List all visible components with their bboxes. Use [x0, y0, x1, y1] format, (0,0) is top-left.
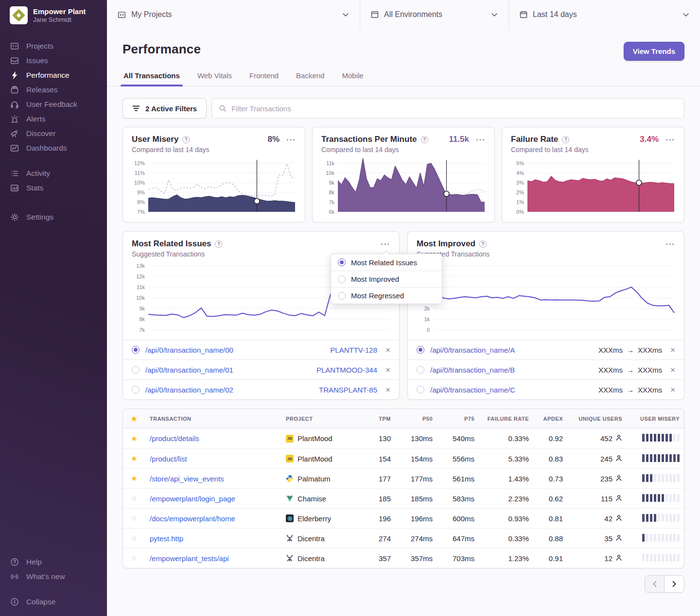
issue-tag[interactable]: PLANTTV-128 [330, 346, 377, 354]
more-options-icon[interactable]: ··· [476, 136, 486, 144]
sidebar-item-discover[interactable]: Discover [0, 126, 107, 141]
radio-button[interactable] [338, 292, 346, 300]
sidebar-collapse-button[interactable]: Collapse [0, 595, 107, 609]
sidebar-item-stats[interactable]: Stats [0, 181, 107, 195]
project-filter-dropdown[interactable]: My Projects [107, 0, 360, 29]
column-header-tpm[interactable]: TPM [364, 416, 395, 422]
transaction-link[interactable]: /api/0/transaction_name/00 [145, 346, 233, 354]
radio-button[interactable] [417, 366, 424, 374]
transaction-link[interactable]: /product/details [150, 434, 199, 443]
radio-button[interactable] [417, 346, 424, 354]
sidebar-item-performance[interactable]: Performance [0, 68, 107, 83]
column-header-user-misery[interactable]: USER MISERY [627, 416, 684, 422]
remove-icon[interactable]: × [385, 366, 390, 374]
failure-rate-chart[interactable]: 5%4%3%2%1%0% [511, 157, 675, 216]
column-header-p50[interactable]: P50 [395, 416, 437, 422]
transaction-link[interactable]: /product/list [150, 455, 187, 463]
dropdown-item-most-improved[interactable]: Most Improved [331, 271, 442, 287]
radio-button[interactable] [338, 275, 346, 283]
sidebar-item-help[interactable]: Help [0, 555, 107, 569]
star-outline-icon[interactable]: ☆ [123, 514, 145, 523]
sidebar-item-dashboards[interactable]: Dashboards [0, 141, 107, 155]
table-row: ☆/docs/empowerplant/homeElderberry196196… [123, 508, 684, 528]
sidebar-item-settings[interactable]: Settings [0, 210, 107, 224]
tab-all-transactions[interactable]: All Transactions [123, 68, 180, 86]
column-header-transaction[interactable]: TRANSACTION [145, 416, 281, 422]
sidebar-item-alerts[interactable]: Alerts [0, 112, 107, 126]
panel-menu-icon[interactable]: ··· [381, 240, 390, 248]
sidebar-item-whats-new[interactable]: What's new [0, 569, 107, 584]
remove-icon[interactable]: × [670, 386, 675, 394]
column-header-failure-rate[interactable]: FAILURE RATE [479, 416, 533, 422]
user-misery-chart[interactable]: 12%11%10%9%8%7% [132, 157, 296, 216]
issue-tag[interactable]: TRANSPLANT-85 [319, 386, 377, 394]
star-outline-icon[interactable]: ☆ [123, 554, 145, 563]
help-icon[interactable]: ? [479, 240, 487, 248]
dropdown-item-most-regressed[interactable]: Most Regressed [331, 287, 442, 304]
date-range-dropdown[interactable]: Last 14 days [508, 0, 700, 29]
radio-button[interactable] [132, 346, 140, 354]
sidebar-item-issues[interactable]: Issues [0, 53, 107, 68]
column-header-project[interactable]: PROJECT [281, 416, 364, 422]
transaction-link[interactable]: /api/0/transaction_name/A [430, 346, 515, 354]
radio-button[interactable] [132, 386, 140, 394]
dropdown-item-label: Most Regressed [351, 291, 404, 300]
transaction-link[interactable]: /api/0/transaction_name/C [430, 386, 515, 394]
tpm-chart[interactable]: 11k10k9k8k7k6k [321, 157, 486, 216]
issue-tag[interactable]: PLANTMOOD-344 [316, 366, 377, 374]
most-improved-chart[interactable]: 6k5k4k3k2k1k0 [417, 262, 675, 335]
more-options-icon[interactable]: ··· [665, 136, 675, 144]
star-filled-icon[interactable]: ★ [123, 434, 145, 443]
environment-filter-dropdown[interactable]: All Environments [360, 0, 508, 29]
remove-icon[interactable]: × [670, 366, 675, 374]
sidebar-item-user-feedback[interactable]: User Feedback [0, 97, 107, 112]
help-icon[interactable]: ? [421, 136, 428, 143]
radio-button[interactable] [338, 258, 346, 266]
transaction-link[interactable]: /api/0/transaction_name/01 [145, 366, 233, 374]
user-icon [615, 455, 622, 462]
org-switcher[interactable]: Empower Plant Jane Schmidt [0, 0, 107, 24]
transaction-link[interactable]: /store/api_view_events [150, 475, 224, 483]
transaction-link[interactable]: /empowerplant_tests/api [150, 554, 229, 563]
radio-button[interactable] [417, 386, 424, 394]
column-header-p75[interactable]: P75 [437, 416, 479, 422]
panel-menu-icon[interactable]: ··· [665, 240, 675, 248]
remove-icon[interactable]: × [385, 386, 390, 394]
view-trends-button[interactable]: View Trends [624, 42, 684, 61]
previous-page-button[interactable] [645, 576, 665, 592]
transaction-link[interactable]: /empowerplant/login_page [150, 495, 235, 503]
star-outline-icon[interactable]: ☆ [123, 534, 145, 543]
column-header-unique-users[interactable]: UNIQUE USERS [567, 416, 627, 422]
more-options-icon[interactable]: ··· [286, 136, 296, 144]
column-header-apdex[interactable]: APDEX [533, 416, 567, 422]
failure-rate-cell: 0.33% [479, 534, 533, 543]
tab-bar: All Transactions Web Vitals Frontend Bac… [107, 68, 700, 86]
transaction-link[interactable]: /docs/empowerplant/home [150, 514, 235, 523]
help-icon[interactable]: ? [182, 136, 190, 143]
sidebar-item-projects[interactable]: Projects [0, 39, 107, 53]
duration-change: XXXms→XXXms [598, 386, 662, 394]
radio-button[interactable] [132, 366, 140, 374]
sidebar-item-activity[interactable]: Activity [0, 166, 107, 181]
remove-icon[interactable]: × [670, 346, 675, 354]
sidebar-item-releases[interactable]: Releases [0, 83, 107, 97]
transaction-link[interactable]: pytest.http [150, 534, 183, 543]
star-outline-icon[interactable]: ☆ [123, 494, 145, 503]
unique-users-count: 35 [604, 534, 612, 543]
tab-mobile[interactable]: Mobile [342, 68, 363, 86]
help-icon[interactable]: ? [215, 240, 222, 248]
star-filled-icon[interactable]: ★ [123, 474, 145, 483]
dropdown-item-most-related-issues[interactable]: Most Related Issues [331, 254, 442, 271]
active-filters-button[interactable]: 2 Active Filters [122, 98, 207, 119]
star-filled-icon[interactable]: ★ [123, 454, 145, 463]
tab-web-vitals[interactable]: Web Vitals [197, 68, 232, 86]
tab-backend[interactable]: Backend [296, 68, 324, 86]
remove-icon[interactable]: × [385, 346, 390, 354]
transaction-link[interactable]: /api/0/transaction_name/02 [145, 386, 233, 394]
tab-frontend[interactable]: Frontend [249, 68, 279, 86]
help-icon[interactable]: ? [562, 136, 569, 143]
next-page-button[interactable] [665, 576, 684, 592]
search-input[interactable] [231, 104, 677, 113]
transaction-link[interactable]: /api/0/transaction_name/B [430, 366, 515, 374]
svg-text:10k: 10k [326, 170, 334, 176]
